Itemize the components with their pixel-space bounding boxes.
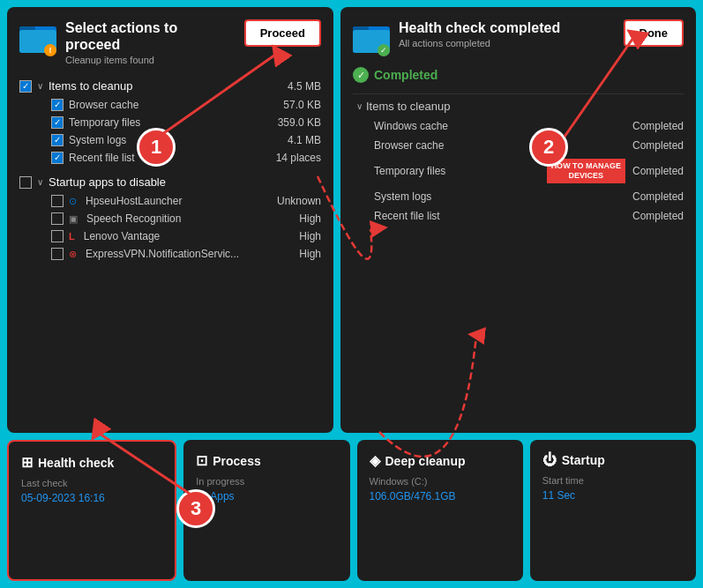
main-container: ! Select actions toproceed Cleanup items…: [0, 0, 703, 588]
temp-files-row: ✓ Temporary files 359.0 KB: [19, 114, 321, 131]
deep-cleanup-sub-label: Windows (C:): [370, 476, 511, 487]
temp-files-label: Temporary files: [69, 116, 273, 129]
items-cleanup-checkbox[interactable]: ✓: [19, 80, 32, 93]
warning-dot: !: [44, 44, 56, 56]
panel-left-header: ! Select actions toproceed Cleanup items…: [19, 19, 321, 65]
process-sub-label: In progress: [196, 476, 337, 487]
panel-right-header: ✓ Health check completed All actions com…: [353, 19, 684, 56]
startup-apps-label: Startup apps to disable: [49, 175, 321, 189]
hpseu-label: HpseuHostLauncher: [86, 195, 272, 207]
health-check-panel[interactable]: ⊞ Health check Last check 05-09-2023 16:…: [7, 440, 176, 581]
panel-left-title-block: Select actions toproceed Cleanup items f…: [65, 19, 177, 65]
deep-cleanup-value: 106.0GB/476.1GB: [370, 490, 511, 502]
hpseu-size: Unknown: [277, 195, 321, 207]
lenovo-row: L Lenovo Vantage High: [19, 227, 321, 245]
startup-icon: ⏻: [542, 452, 557, 468]
temp-files-right-status: Completed: [632, 165, 684, 177]
bottom-row: ⊞ Health check Last check 05-09-2023 16:…: [7, 440, 696, 581]
deep-cleanup-panel[interactable]: ◈ Deep cleanup Windows (C:) 106.0GB/476.…: [357, 440, 523, 581]
startup-title: ⏻ Startup: [542, 452, 684, 468]
deep-cleanup-icon: ◈: [370, 452, 380, 469]
watermark-text: HOW TO MANAGEDEVICES: [547, 159, 625, 183]
windows-cache-row: Windows cache Completed: [353, 116, 684, 136]
lenovo-checkbox[interactable]: [51, 230, 64, 242]
system-logs-checkbox[interactable]: ✓: [51, 134, 64, 146]
health-check-icon: ⊞: [21, 454, 33, 471]
vpn-icon: ⊗: [69, 249, 77, 260]
done-button[interactable]: Done: [624, 19, 684, 47]
temp-files-checkbox[interactable]: ✓: [51, 116, 64, 129]
folder-complete-icon: ✓: [353, 19, 390, 56]
temp-files-right-name: Temporary files: [374, 165, 547, 177]
system-logs-right-status: Completed: [632, 190, 684, 203]
panel-right-title-block: Health check completed All actions compl…: [399, 19, 560, 48]
completed-label: Completed: [374, 68, 438, 82]
top-row: ! Select actions toproceed Cleanup items…: [7, 7, 696, 433]
browser-cache-right-name: Browser cache: [374, 139, 632, 152]
process-value: 83 Apps: [196, 490, 337, 502]
hp-icon: ⊙: [69, 196, 77, 207]
panel-right-title: Health check completed: [399, 19, 560, 36]
hpseu-checkbox[interactable]: [51, 195, 64, 207]
health-check-sub-label: Last check: [21, 478, 162, 488]
health-check-value: 05-09-2023 16:16: [21, 492, 162, 504]
system-logs-label: System logs: [69, 134, 282, 146]
lenovo-label: Lenovo Vantage: [84, 230, 295, 242]
startup-value: 11 Sec: [542, 489, 684, 502]
browser-cache-right-status: Completed: [632, 139, 684, 152]
green-check-overlay: ✓: [378, 44, 390, 56]
watermark-badge: HOW TO MANAGEDEVICES: [547, 159, 625, 183]
recent-file-right-row: Recent file list Completed: [353, 206, 684, 226]
startup-apps-checkbox[interactable]: [19, 176, 32, 189]
lenovo-size: High: [299, 230, 321, 242]
speech-icon: ▣: [69, 213, 78, 225]
proceed-button[interactable]: Proceed: [244, 19, 321, 47]
expressvpn-row: ⊗ ExpressVPN.NotificationServic... High: [19, 245, 321, 263]
speech-label: Speech Recognition: [86, 212, 294, 225]
recent-file-row: ✓ Recent file list 14 places: [19, 149, 321, 167]
process-icon: ⊡: [196, 452, 207, 469]
browser-cache-checkbox[interactable]: ✓: [51, 99, 64, 111]
temp-files-size: 359.0 KB: [278, 116, 321, 129]
lenovo-icon: L: [69, 231, 75, 242]
health-check-title: ⊞ Health check: [21, 454, 162, 471]
items-cleanup-label: Items to cleanup: [49, 79, 282, 93]
expressvpn-label: ExpressVPN.NotificationServic...: [86, 248, 294, 260]
browser-cache-row: ✓ Browser cache 57.0 KB: [19, 96, 321, 114]
right-group-label: ∨ Items to cleanup: [356, 100, 684, 113]
items-cleanup-size: 4.5 MB: [288, 80, 321, 93]
panel-right: ✓ Health check completed All actions com…: [340, 7, 696, 433]
panel-left: ! Select actions toproceed Cleanup items…: [7, 7, 333, 433]
panel-right-title-area: ✓ Health check completed All actions com…: [353, 19, 560, 56]
folder-warning-icon: !: [19, 19, 56, 56]
speech-checkbox[interactable]: [51, 212, 64, 225]
panel-left-subtitle: Cleanup items found: [65, 55, 177, 65]
recent-file-label: Recent file list: [69, 152, 271, 164]
process-title: ⊡ Process: [196, 452, 337, 469]
panel-left-title-area: ! Select actions toproceed Cleanup items…: [19, 19, 177, 65]
system-logs-size: 4.1 MB: [288, 134, 321, 146]
speech-row: ▣ Speech Recognition High: [19, 210, 321, 227]
divider: [353, 93, 684, 94]
startup-apps-group[interactable]: ∨ Startup apps to disable: [19, 172, 321, 192]
browser-cache-right-row: Browser cache Completed: [353, 136, 684, 155]
recent-file-right-name: Recent file list: [374, 210, 632, 222]
deep-cleanup-title: ◈ Deep cleanup: [370, 452, 511, 469]
temp-files-right-row: Temporary files HOW TO MANAGEDEVICES Com…: [353, 155, 684, 187]
hpseu-row: ⊙ HpseuHostLauncher Unknown: [19, 192, 321, 210]
browser-cache-label: Browser cache: [69, 99, 278, 111]
startup-panel[interactable]: ⏻ Startup Start time 11 Sec: [530, 440, 696, 581]
windows-cache-status: Completed: [632, 120, 684, 132]
panel-right-subtitle: All actions completed: [399, 38, 560, 48]
process-panel[interactable]: ⊡ Process In progress 83 Apps: [183, 440, 349, 581]
recent-file-checkbox[interactable]: ✓: [51, 152, 64, 164]
speech-size: High: [299, 212, 321, 225]
items-list: ✓ ∨ Items to cleanup 4.5 MB ✓ Browser ca…: [19, 76, 321, 263]
completed-check-icon: ✓: [353, 67, 369, 83]
browser-cache-size: 57.0 KB: [283, 99, 321, 111]
recent-file-right-status: Completed: [632, 210, 684, 222]
items-to-cleanup-group[interactable]: ✓ ∨ Items to cleanup 4.5 MB: [19, 76, 321, 96]
system-logs-right-row: System logs Completed: [353, 187, 684, 206]
panel-left-title: Select actions toproceed: [65, 19, 177, 53]
expressvpn-checkbox[interactable]: [51, 248, 64, 260]
